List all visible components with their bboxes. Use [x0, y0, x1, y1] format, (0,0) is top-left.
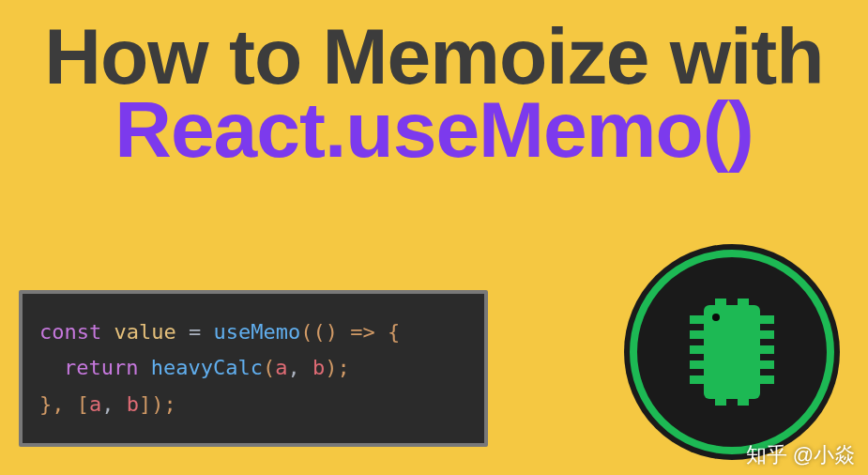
deps-close: ]); [139, 392, 176, 416]
code-line-1: const value = useMemo(() => { [39, 314, 467, 351]
svg-rect-14 [760, 375, 774, 384]
svg-rect-5 [690, 315, 704, 324]
svg-rect-0 [704, 305, 760, 399]
chip-badge [624, 244, 840, 460]
svg-rect-7 [690, 345, 704, 354]
svg-rect-4 [738, 396, 749, 406]
arg-b: b [312, 356, 325, 379]
svg-rect-3 [715, 396, 726, 406]
chip-icon [680, 291, 784, 413]
variable-value: value [114, 320, 175, 344]
svg-rect-1 [715, 299, 726, 308]
arg-a: a [275, 356, 287, 379]
code-line-3: }, [a, b]); [39, 387, 467, 423]
dep-a: a [89, 392, 101, 416]
svg-rect-10 [760, 315, 774, 324]
dep-b: b [127, 392, 139, 416]
fn-useMemo: useMemo [213, 320, 300, 344]
watermark-text: 知乎 @小焱 [746, 441, 855, 469]
code-line-2: return heavyCalc(a, b); [39, 350, 467, 387]
svg-rect-11 [760, 330, 774, 339]
svg-point-15 [712, 314, 720, 321]
args-open: ( [263, 356, 275, 379]
keyword-const: const [39, 320, 101, 344]
title-block: How to Memoize with React.useMemo() [0, 0, 868, 169]
deps-open: [ [77, 392, 89, 416]
comma-1: , [287, 356, 312, 379]
comma-2: , [101, 392, 127, 416]
code-snippet: const value = useMemo(() => { return hea… [19, 290, 488, 448]
svg-rect-8 [690, 360, 704, 369]
svg-rect-13 [760, 360, 774, 369]
title-line-1: How to Memoize with [0, 17, 868, 96]
title-line-2: React.useMemo() [0, 90, 868, 169]
svg-rect-9 [690, 375, 704, 384]
chip-ring [630, 250, 834, 454]
svg-rect-12 [760, 345, 774, 354]
svg-rect-6 [690, 330, 704, 339]
arrow-open: (() => { [300, 320, 400, 344]
fn-heavyCalc: heavyCalc [151, 356, 263, 379]
args-close: ); [325, 356, 350, 379]
operator-eq: = [176, 320, 214, 344]
keyword-return: return [64, 356, 138, 379]
svg-rect-2 [738, 299, 749, 308]
close-brace: }, [39, 392, 77, 416]
